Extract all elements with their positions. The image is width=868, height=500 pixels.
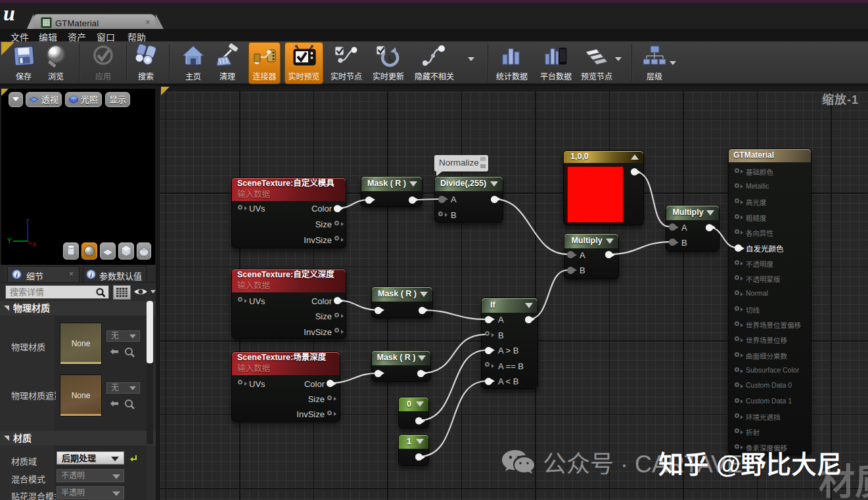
svg-text:Y: Y [7, 237, 12, 244]
svg-text:z: z [26, 217, 30, 223]
svg-text:x: x [33, 240, 36, 247]
